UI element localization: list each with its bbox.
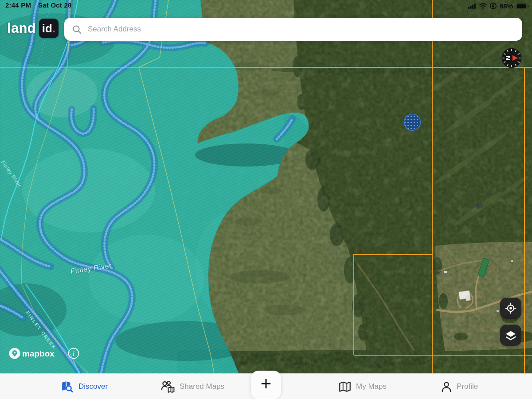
tab-label: Shared Maps <box>180 382 224 391</box>
layers-button[interactable] <box>500 325 521 346</box>
compass-north-label: N <box>505 56 512 60</box>
battery-percent: 98% <box>500 2 513 10</box>
search-input[interactable] <box>87 24 522 34</box>
add-map-button[interactable]: + <box>251 371 281 399</box>
tab-discover[interactable]: Discover <box>60 374 108 399</box>
discover-map-search-icon <box>60 380 74 393</box>
mapbox-logo[interactable]: mapbox <box>8 347 65 360</box>
my-maps-icon <box>338 380 352 393</box>
cellular-icon <box>468 3 476 9</box>
tab-label: Discover <box>78 382 108 391</box>
map-canvas[interactable]: Finley River Finley River FINLEY CREEK <box>0 0 532 373</box>
profile-icon <box>440 380 453 393</box>
battery-icon <box>516 3 529 9</box>
locate-icon <box>505 302 516 314</box>
status-bar-right: 98% <box>468 2 529 10</box>
rotation-lock-icon <box>490 3 497 9</box>
tab-my-maps[interactable]: My Maps <box>338 374 387 399</box>
wifi-icon <box>479 3 487 9</box>
plus-icon: + <box>261 375 272 393</box>
locate-button[interactable] <box>500 298 521 319</box>
logo-badge: id. <box>39 19 59 38</box>
status-bar-left: 2:44 PM Sat Oct 28 <box>5 1 71 9</box>
compass-button[interactable]: N <box>501 47 522 69</box>
flood-zone-marker[interactable] <box>404 114 421 131</box>
logo-word: land <box>7 20 36 36</box>
info-button[interactable]: i <box>67 347 80 360</box>
tab-label: Profile <box>457 382 478 391</box>
layers-icon <box>505 329 517 341</box>
tab-label: My Maps <box>356 382 387 391</box>
status-date: Sat Oct 28 <box>38 1 71 9</box>
search-bar <box>64 18 522 41</box>
land-id-logo: land id. <box>7 19 59 38</box>
tab-shared-maps[interactable]: Shared Maps <box>160 374 224 399</box>
shared-maps-icon <box>160 380 176 393</box>
search-icon <box>72 25 82 34</box>
app-screen: Finley River Finley River FINLEY CREEK 2… <box>0 0 532 399</box>
map-attribution: mapbox i <box>8 347 80 360</box>
info-glyph: i <box>73 350 74 357</box>
tab-profile[interactable]: Profile <box>440 374 478 399</box>
status-time: 2:44 PM <box>5 1 31 9</box>
mapbox-wordmark: mapbox <box>22 349 55 358</box>
